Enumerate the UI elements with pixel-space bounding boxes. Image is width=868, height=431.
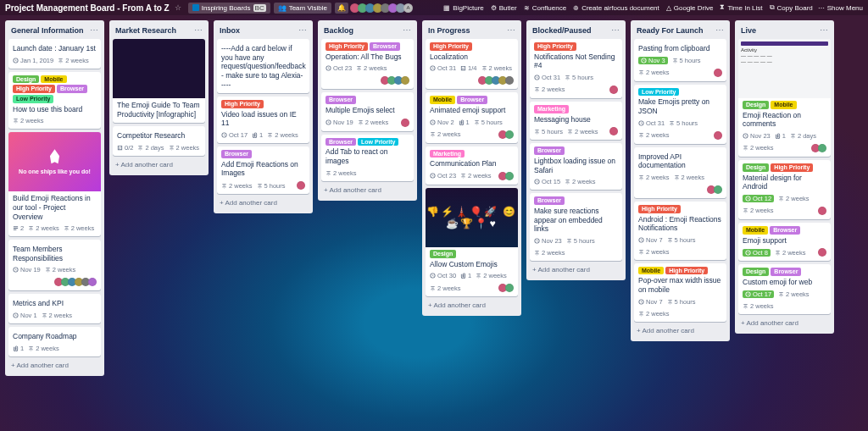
label[interactable]: Low Priority xyxy=(358,138,398,146)
card[interactable]: Company Roadmap12 weeks xyxy=(8,327,101,356)
card[interactable]: MarketingMessaging house5 hours2 weeks xyxy=(530,102,622,140)
card[interactable]: Improved API documentation2 weeks2 weeks xyxy=(634,147,726,198)
card[interactable]: BrowserAdd Emoji Reactions on Images2 we… xyxy=(217,146,309,194)
label[interactable]: Browser xyxy=(221,150,252,158)
list-menu-icon[interactable]: ⋯ xyxy=(90,25,98,35)
label[interactable]: Browser xyxy=(326,96,356,104)
card-members[interactable] xyxy=(813,144,826,152)
card[interactable]: 👎⚡🗼🎈🚀 😊☕🏆📍♥DesignAllow Custom EmojisOct … xyxy=(426,188,518,296)
powerup-butler[interactable]: ⚙ Butler xyxy=(491,3,517,12)
label[interactable]: High Priority xyxy=(771,163,813,172)
list-menu-icon[interactable]: ⋯ xyxy=(403,25,411,35)
add-card-button[interactable]: Add another card xyxy=(217,197,309,208)
list-menu-icon[interactable]: ⋯ xyxy=(715,25,724,35)
card-members[interactable] xyxy=(480,76,514,85)
add-card-button[interactable]: Add another card xyxy=(634,325,726,336)
label[interactable]: Browser xyxy=(457,96,487,104)
label[interactable]: Design xyxy=(743,268,769,276)
add-card-button[interactable]: Add another card xyxy=(321,185,414,196)
list-title[interactable]: Market Research xyxy=(115,26,176,35)
visibility-button[interactable]: 👥 Team Visible xyxy=(274,3,331,14)
add-card-button[interactable]: Add another card xyxy=(738,318,831,329)
add-card-button[interactable]: Add another card xyxy=(8,360,101,371)
label[interactable]: High Priority xyxy=(534,42,576,51)
label[interactable]: Design xyxy=(743,101,769,109)
card-members[interactable] xyxy=(611,127,618,135)
star-icon[interactable]: ☆ xyxy=(175,3,181,12)
card[interactable]: DesignMobileHigh PriorityBrowserLow Prio… xyxy=(8,72,101,130)
card[interactable]: Pasting from clipboardNov 35 hours2 week… xyxy=(634,39,726,81)
show-menu-button[interactable]: ⋯ Show Menu xyxy=(818,4,863,12)
label[interactable]: High Priority xyxy=(13,85,55,93)
card[interactable]: High PriorityBrowserOperation: All The B… xyxy=(321,39,414,89)
notifications-button[interactable]: 🔔 xyxy=(335,3,348,14)
add-card-button[interactable]: Add another card xyxy=(530,264,622,275)
powerup-bigpicture[interactable]: ▦ BigPicture xyxy=(443,3,483,12)
card[interactable]: MobileHigh PriorityPop-over max width is… xyxy=(634,263,726,322)
card-members[interactable] xyxy=(611,86,618,94)
label[interactable]: Low Priority xyxy=(638,88,679,97)
card[interactable]: MobileBrowserAnimated emoji supportNov 2… xyxy=(426,92,518,142)
label[interactable]: Browser xyxy=(534,146,565,155)
card-members[interactable] xyxy=(500,284,514,292)
list-title[interactable]: Live xyxy=(741,26,756,35)
label[interactable]: Browser xyxy=(534,196,565,205)
card[interactable]: DesignHigh PriorityMaterial design for A… xyxy=(738,160,831,219)
label[interactable]: Mobile xyxy=(430,96,455,104)
label[interactable]: High Priority xyxy=(221,100,264,108)
card[interactable]: BrowserMultiple Emojis selectNov 192 wee… xyxy=(321,92,414,130)
card[interactable]: Launch date : January 1stJan 1, 20192 we… xyxy=(8,39,101,69)
label[interactable]: Browser xyxy=(370,42,400,51)
list-title[interactable]: Ready For Launch xyxy=(637,26,704,35)
powerup-google-drive[interactable]: △ Google Drive xyxy=(666,3,714,12)
label[interactable]: Mobile xyxy=(771,101,796,109)
card-members[interactable] xyxy=(500,130,514,139)
card-members[interactable] xyxy=(820,207,826,215)
label[interactable]: Browser xyxy=(57,85,87,93)
card-members[interactable] xyxy=(298,181,305,190)
label[interactable]: High Priority xyxy=(665,267,708,275)
card-members[interactable] xyxy=(709,185,722,194)
card-members[interactable] xyxy=(56,278,97,286)
label[interactable]: Browser xyxy=(771,268,801,276)
label[interactable]: Marketing xyxy=(430,150,465,158)
label[interactable]: Design xyxy=(430,250,456,258)
card-members[interactable] xyxy=(382,76,409,85)
list-menu-icon[interactable]: ⋯ xyxy=(507,25,515,35)
card-members[interactable] xyxy=(715,131,722,140)
label[interactable]: Design xyxy=(13,75,39,84)
card[interactable]: Low PriorityMake Emojis pretty on JSONOc… xyxy=(634,85,726,144)
list-menu-icon[interactable]: ⋯ xyxy=(194,25,203,35)
list-menu-icon[interactable]: ⋯ xyxy=(820,25,828,35)
label[interactable]: High Priority xyxy=(326,42,368,51)
label[interactable]: Browser xyxy=(770,226,800,235)
list-title[interactable]: Blocked/Paused xyxy=(532,26,592,35)
label[interactable]: Design xyxy=(743,163,769,172)
card[interactable]: High PriorityAndroid : Emoji Reactions N… xyxy=(634,202,726,260)
add-card-button[interactable]: Add another card xyxy=(426,300,518,311)
card[interactable]: BrowserMake sure reactions appear on emb… xyxy=(530,193,622,261)
card[interactable]: DesignBrowserCustom emoji for webOct 172… xyxy=(738,264,831,313)
label[interactable]: Marketing xyxy=(534,105,569,113)
card[interactable]: High PriorityNotifications Not Sending #… xyxy=(530,39,622,98)
powerup-copy-board[interactable]: ⧉ Copy Board xyxy=(770,3,813,12)
card[interactable]: ----Add a card below if you have any req… xyxy=(217,39,309,93)
label[interactable]: Mobile xyxy=(743,226,768,235)
list-title[interactable]: In Progress xyxy=(428,26,470,35)
card-members[interactable] xyxy=(403,119,409,127)
label[interactable]: High Priority xyxy=(638,205,681,213)
card-members[interactable] xyxy=(820,248,826,257)
card[interactable]: The Emoji Guide To Team Productivity [In… xyxy=(113,39,205,123)
label[interactable]: Browser xyxy=(326,138,356,146)
card[interactable]: Competitor Research0/22 days2 weeks xyxy=(113,126,205,156)
card[interactable]: MarketingCommunication PlanOct 232 weeks xyxy=(426,146,518,185)
label[interactable]: Low Priority xyxy=(13,95,53,103)
powerup-confluence[interactable]: ≋ Confluence xyxy=(524,3,566,12)
card-members[interactable] xyxy=(715,69,722,77)
card-members[interactable] xyxy=(500,172,514,180)
card[interactable]: Activity— — — — —— — — — —DesignMobileEm… xyxy=(738,39,831,157)
list-title[interactable]: Backlog xyxy=(324,26,353,35)
card[interactable]: BrowserLow PriorityAdd Tab to react on i… xyxy=(321,135,414,181)
board-members[interactable]: A xyxy=(352,3,413,13)
card[interactable]: MobileBrowserEmoji supportOct 82 weeks xyxy=(738,223,831,261)
